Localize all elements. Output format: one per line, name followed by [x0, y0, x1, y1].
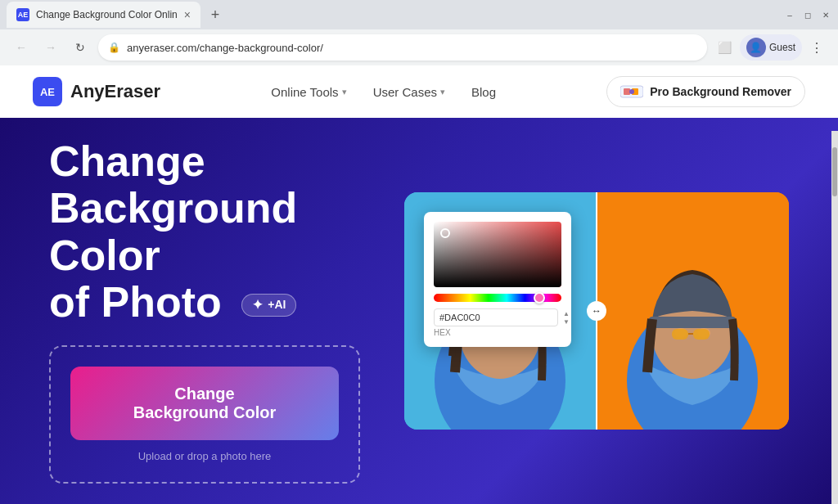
svg-rect-19 [672, 329, 688, 340]
browser-actions: ⬜ 👤 Guest ⋮ [714, 34, 828, 61]
browser-chrome: AE Change Background Color Onlin × + – ◻… [0, 0, 838, 65]
demo-right-bg [597, 192, 789, 430]
website: AE AnyEraser Online Tools ▾ User Cases ▾… [0, 65, 838, 504]
pro-button-label: Pro Background Remover [650, 85, 791, 98]
back-button[interactable]: ← [10, 36, 33, 59]
svg-rect-20 [693, 329, 710, 340]
svg-point-3 [629, 89, 634, 94]
scrollbar[interactable] [831, 131, 838, 504]
color-gradient[interactable] [434, 222, 561, 287]
color-picker-overlay[interactable]: ▲ ▼ HEX [424, 212, 571, 347]
nav-online-tools[interactable]: Online Tools ▾ [271, 85, 346, 99]
minimize-button[interactable]: – [784, 9, 795, 20]
divider-handle[interactable]: ↔ [587, 301, 606, 321]
window-controls: – ◻ ✕ [784, 9, 831, 20]
hex-input-row: ▲ ▼ [434, 308, 561, 326]
maximize-button[interactable]: ◻ [802, 9, 813, 20]
logo-area[interactable]: AE AnyEraser [33, 77, 160, 106]
hue-indicator[interactable] [534, 292, 545, 304]
pro-icon [620, 83, 643, 100]
ai-badge: ✦ +AI [241, 294, 296, 317]
upload-button[interactable]: ChangeBackground Color [70, 367, 339, 440]
profile-icon: 👤 [746, 38, 766, 57]
svg-rect-1 [624, 88, 630, 95]
hue-slider[interactable] [434, 294, 561, 302]
logo-badge: AE [33, 77, 62, 106]
tab-favicon: AE [16, 8, 29, 21]
close-button[interactable]: ✕ [820, 9, 831, 20]
svg-rect-16 [649, 317, 736, 328]
hex-label: HEX [434, 328, 561, 337]
ai-plus-icon: ✦ [252, 298, 263, 313]
upload-hint: Upload or drop a photo here [70, 450, 339, 462]
tab-close-button[interactable]: × [184, 8, 191, 21]
decrement-arrow-icon[interactable]: ▼ [563, 318, 570, 326]
hero-section: Change Background Color of Photo ✦ +AI C… [0, 118, 838, 504]
scrollbar-thumb[interactable] [832, 147, 837, 196]
refresh-button[interactable]: ↻ [69, 36, 92, 59]
tab-strip: AE Change Background Color Onlin × + [7, 2, 227, 28]
title-bar: AE Change Background Color Onlin × + – ◻… [0, 0, 838, 29]
nav-blog[interactable]: Blog [471, 85, 496, 99]
chevron-down-icon: ▾ [342, 87, 347, 97]
address-bar[interactable]: 🔒 anyeraser.com/change-background-color/ [98, 34, 707, 61]
person-svg-right [597, 192, 789, 430]
logo-text: AnyEraser [70, 81, 160, 102]
active-tab[interactable]: AE Change Background Color Onlin × [7, 2, 200, 28]
new-tab-button[interactable]: + [204, 3, 227, 26]
upload-zone[interactable]: ChangeBackground Color Upload or drop a … [49, 345, 360, 484]
site-navbar: AE AnyEraser Online Tools ▾ User Cases ▾… [0, 65, 838, 118]
hex-input[interactable] [434, 308, 558, 326]
address-bar-row: ← → ↻ 🔒 anyeraser.com/change-background-… [0, 29, 838, 65]
extensions-button[interactable]: ⬜ [714, 36, 737, 59]
hero-title: Change Background Color of Photo ✦ +AI [49, 138, 372, 326]
nav-links: Online Tools ▾ User Cases ▾ Blog [271, 85, 496, 99]
chevron-down-icon: ▾ [440, 87, 445, 97]
hex-arrows[interactable]: ▲ ▼ [563, 310, 570, 326]
forward-button[interactable]: → [39, 36, 62, 59]
divider-line: ↔ [596, 192, 597, 430]
hero-demo-image: ▲ ▼ HEX [404, 192, 789, 430]
hero-left: Change Background Color of Photo ✦ +AI C… [49, 138, 372, 484]
pro-background-remover-button[interactable]: Pro Background Remover [606, 76, 805, 107]
lock-icon: 🔒 [108, 42, 120, 53]
profile-button[interactable]: 👤 Guest [740, 34, 802, 61]
profile-label: Guest [769, 42, 795, 53]
address-text: anyeraser.com/change-background-color/ [127, 42, 697, 54]
browser-menu-button[interactable]: ⋮ [805, 36, 828, 59]
increment-arrow-icon[interactable]: ▲ [563, 310, 570, 317]
tab-title: Change Background Color Onlin [36, 9, 178, 20]
nav-user-cases[interactable]: User Cases ▾ [373, 85, 445, 99]
color-selector-circle[interactable] [440, 228, 450, 238]
